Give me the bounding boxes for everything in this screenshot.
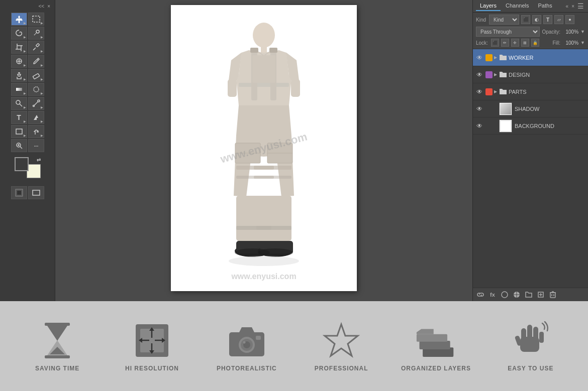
svg-rect-96 (539, 332, 544, 343)
lasso-tool[interactable]: ▶ (11, 27, 27, 40)
type-tool[interactable]: T ▶ (11, 111, 27, 124)
panel-collapse-btn[interactable]: « (565, 3, 570, 10)
svg-line-14 (37, 59, 38, 60)
tab-channels[interactable]: Channels (502, 1, 533, 11)
kind-row: Kind Kind ⬛ ◐ T ▱ ● (476, 15, 585, 25)
worker-figure-svg (171, 5, 357, 291)
screen-mode-btn[interactable] (28, 186, 44, 199)
quick-select-tool[interactable]: ▶ (28, 27, 44, 40)
layer-item-design[interactable]: 👁 ▶ DESIGN (473, 66, 588, 83)
kind-select[interactable]: Kind (489, 15, 519, 25)
svg-rect-33 (291, 79, 300, 97)
tool-grid: ▶ ▶ ▶ ▶ (11, 13, 44, 152)
workspace: << × ▶ ▶ ▶ (0, 0, 588, 301)
layer-item-parts[interactable]: 👁 ▶ PARTS (473, 83, 588, 100)
layer-fx-btn[interactable]: fx (488, 290, 497, 299)
color-swatches: ⇄ (15, 157, 41, 178)
healing-tool[interactable]: ▶ (11, 55, 27, 68)
layer-eye-background[interactable]: 👁 (475, 121, 484, 131)
smart-filter-btn[interactable]: ● (565, 15, 574, 24)
tab-paths[interactable]: Paths (534, 1, 556, 11)
delete-layer-btn[interactable] (548, 290, 557, 299)
panel-close-btn[interactable]: × (570, 3, 575, 10)
gradient-tool[interactable]: ▶ (11, 83, 27, 96)
layer-adjustment-btn[interactable] (512, 290, 521, 299)
svg-rect-15 (33, 73, 39, 79)
svg-rect-59 (502, 292, 508, 298)
more-tools-btn[interactable]: ··· (28, 139, 44, 152)
layer-item-background[interactable]: 👁 BACKGROUND (473, 117, 588, 135)
svg-rect-49 (256, 196, 291, 241)
blend-mode-select[interactable]: Pass Through Normal Multiply Screen (476, 27, 540, 37)
lock-position-btn[interactable]: ✛ (511, 39, 519, 47)
layer-item-worker[interactable]: 👁 ▶ WORKER (473, 49, 588, 66)
svg-rect-39 (269, 48, 277, 53)
new-layer-btn[interactable] (536, 290, 545, 299)
svg-point-30 (253, 23, 275, 48)
layer-eye-shadow[interactable]: 👁 (475, 104, 484, 113)
layer-expand-design[interactable]: ▶ (494, 72, 499, 77)
shape-filter-btn[interactable]: ▱ (554, 15, 563, 24)
layer-item-shadow[interactable]: 👁 SHADOW (473, 100, 588, 117)
lock-brush-btn[interactable]: ✏ (501, 39, 509, 47)
camera-icon (227, 321, 267, 361)
color-swap-btn[interactable]: ⇄ (37, 157, 41, 163)
layer-eye-design[interactable]: 👁 (475, 70, 484, 79)
blur-tool[interactable]: ▶ (28, 83, 44, 96)
layer-expand-parts[interactable]: ▶ (494, 89, 499, 94)
toolbar-close-btn[interactable]: × (46, 3, 52, 10)
svg-rect-16 (16, 88, 22, 91)
move-tool[interactable]: ▶ (11, 13, 27, 26)
lock-artboard-btn[interactable]: ⊞ (521, 39, 529, 47)
foreground-color-box[interactable] (15, 157, 29, 171)
quick-mask-btn[interactable] (11, 186, 27, 199)
panel-header: Layers Channels Paths « × ☰ (473, 0, 588, 13)
svg-rect-90 (417, 334, 447, 342)
new-group-btn[interactable] (524, 290, 533, 299)
pen-tool[interactable]: ▶ (28, 97, 44, 110)
fill-arrow[interactable]: ▼ (580, 40, 585, 45)
hand-tool[interactable]: ▶ (28, 125, 44, 138)
zoom-tool[interactable] (11, 139, 27, 152)
opacity-arrow[interactable]: ▼ (580, 29, 585, 34)
panel-menu-btn[interactable]: ☰ (576, 1, 585, 11)
layer-name-parts: PARTS (509, 89, 586, 95)
layer-link-btn[interactable] (476, 290, 485, 299)
feature-label-professional: PROFESSIONAL (315, 365, 368, 372)
layers-panel: Kind Kind ⬛ ◐ T ▱ ● Pass Through Normal … (473, 13, 588, 301)
marquee-tool[interactable]: ▶ (28, 13, 44, 26)
svg-rect-38 (250, 48, 258, 53)
kind-label: Kind (476, 17, 486, 23)
lock-pixel-btn[interactable]: ⬛ (491, 39, 499, 47)
svg-rect-41 (254, 166, 291, 170)
brush-tool[interactable]: ▶ (28, 55, 44, 68)
svg-rect-2 (33, 16, 40, 22)
layer-mask-btn[interactable] (500, 290, 509, 299)
feature-professional: PROFESSIONAL (294, 321, 388, 372)
layer-expand-worker[interactable]: ▶ (494, 55, 499, 60)
layer-color-worker (485, 54, 493, 61)
rectangle-tool[interactable]: ▶ (11, 125, 27, 138)
background-color-box[interactable] (27, 164, 41, 178)
clone-tool[interactable]: ▶ (11, 69, 27, 82)
dodge-tool[interactable]: ▶ (11, 97, 27, 110)
feature-easy-to-use: EASY TO USE (483, 321, 578, 372)
path-selection-tool[interactable]: ▶ (28, 111, 44, 124)
resolution-icon (132, 321, 172, 361)
svg-point-17 (34, 87, 39, 92)
feature-label-organized-layers: ORGANIZED LAYERS (401, 365, 471, 372)
pixel-filter-btn[interactable]: ⬛ (521, 15, 530, 24)
eyedropper-tool[interactable]: ▶ (28, 41, 44, 54)
adjustment-filter-btn[interactable]: ◐ (532, 15, 541, 24)
tab-layers[interactable]: Layers (476, 1, 501, 11)
toolbar-collapse-btn[interactable]: << (37, 3, 46, 10)
lock-all-btn[interactable]: 🔒 (531, 39, 539, 47)
crop-tool[interactable]: ▶ (11, 41, 27, 54)
type-filter-btn[interactable]: T (543, 15, 552, 24)
layer-eye-parts[interactable]: 👁 (475, 87, 484, 96)
eraser-tool[interactable]: ▶ (28, 69, 44, 82)
toolbar-header: << × (1, 2, 54, 11)
layer-eye-worker[interactable]: 👁 (475, 53, 484, 62)
svg-point-18 (16, 100, 20, 104)
opacity-value: 100% (562, 29, 578, 35)
